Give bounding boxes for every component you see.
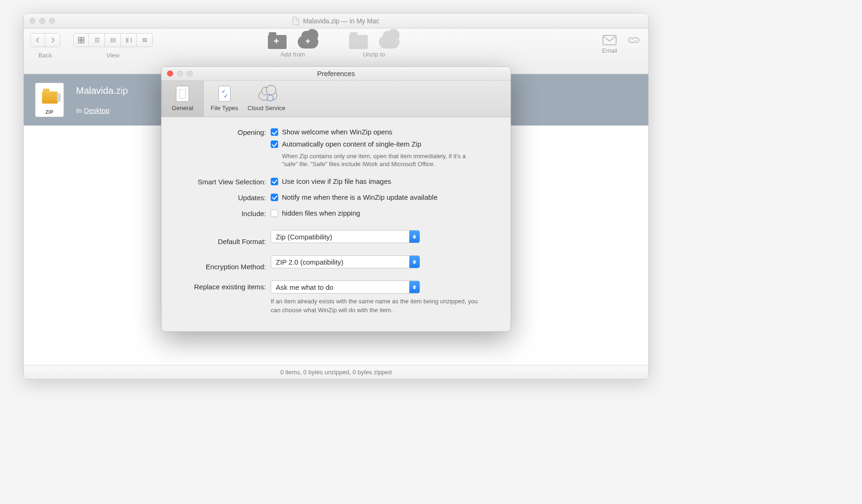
email-button[interactable] bbox=[602, 33, 617, 47]
replace-dropdown[interactable]: Ask me what to do bbox=[271, 280, 420, 294]
encryption-dropdown[interactable]: ZIP 2.0 (compatibility) bbox=[271, 255, 420, 268]
dropdown-arrows-icon bbox=[409, 256, 420, 268]
file-types-icon bbox=[218, 86, 231, 102]
unzip-to-folder-button[interactable] bbox=[347, 33, 370, 51]
encryption-value: ZIP 2.0 (compatibility) bbox=[271, 258, 409, 266]
cloud-icon bbox=[379, 35, 399, 49]
folder-icon bbox=[349, 35, 368, 49]
replace-label: Replace existing items: bbox=[177, 280, 271, 291]
document-icon bbox=[293, 17, 299, 25]
include-label: Include: bbox=[177, 209, 271, 217]
preferences-window: Preferences General File Types Cloud Ser… bbox=[161, 66, 511, 332]
opening-label: Opening: bbox=[177, 127, 271, 136]
traffic-lights-main bbox=[29, 18, 55, 24]
view-menu-button[interactable] bbox=[137, 33, 153, 47]
close-icon[interactable] bbox=[167, 70, 173, 77]
minimize-icon[interactable] bbox=[39, 18, 45, 24]
add-from-label: Add from bbox=[280, 51, 305, 58]
dropdown-arrows-icon bbox=[409, 231, 420, 243]
dropdown-arrows-icon bbox=[409, 281, 420, 293]
tab-general[interactable]: General bbox=[161, 81, 203, 117]
zip-file-icon: ZIP bbox=[35, 83, 64, 117]
cloud-plus-icon: + bbox=[298, 35, 318, 49]
tab-filetypes-label: File Types bbox=[210, 105, 238, 112]
svg-rect-2 bbox=[78, 41, 81, 43]
status-bar: 0 items, 0 bytes unzipped, 0 bytes zippe… bbox=[24, 365, 648, 379]
notify-updates-checkbox[interactable]: Notify me when there is a WinZip update … bbox=[271, 193, 495, 202]
view-icon-button[interactable] bbox=[73, 33, 89, 47]
tab-general-label: General bbox=[172, 105, 193, 112]
unzip-to-label: Unzip to bbox=[363, 51, 385, 58]
default-format-dropdown[interactable]: Zip (Compatibility) bbox=[271, 230, 420, 243]
encryption-label: Encryption Method: bbox=[177, 262, 271, 271]
checkbox-checked-icon bbox=[271, 128, 278, 136]
prefs-body: Opening: Show welcome when WinZip opens … bbox=[161, 117, 511, 331]
svg-rect-0 bbox=[78, 37, 81, 40]
file-meta: Malavida.zip In Desktop bbox=[76, 85, 128, 114]
checkbox-unchecked-icon bbox=[271, 210, 278, 217]
add-from-folder-button[interactable] bbox=[266, 33, 288, 51]
tab-cloud-label: Cloud Service bbox=[248, 105, 286, 112]
window-title: Malavida.zip — in My Mac bbox=[303, 17, 379, 25]
replace-description: If an item already exists with the same … bbox=[271, 297, 485, 314]
zoom-icon[interactable] bbox=[49, 18, 55, 24]
default-format-value: Zip (Compatibility) bbox=[271, 233, 409, 241]
tab-file-types[interactable]: File Types bbox=[203, 81, 245, 117]
hidden-files-checkbox[interactable]: hidden files when zipping bbox=[271, 209, 495, 218]
svg-rect-1 bbox=[82, 37, 84, 40]
view-column-button[interactable] bbox=[105, 33, 121, 47]
use-icon-view-checkbox[interactable]: Use Icon view if Zip file has images bbox=[271, 177, 495, 186]
auto-open-description: When Zip contains only one item, open th… bbox=[282, 152, 483, 168]
svg-rect-4 bbox=[603, 35, 616, 45]
auto-open-text: Automatically open content of single-ite… bbox=[282, 140, 421, 149]
tab-cloud-service[interactable]: Cloud Service bbox=[245, 81, 287, 117]
view-label: View bbox=[106, 52, 119, 59]
cloud-service-icon bbox=[259, 87, 274, 100]
file-ext: .zip bbox=[113, 85, 128, 96]
view-coverflow-button[interactable] bbox=[121, 33, 137, 47]
forward-button[interactable] bbox=[45, 33, 60, 47]
zoom-icon[interactable] bbox=[187, 70, 193, 77]
close-icon[interactable] bbox=[29, 18, 35, 24]
add-from-cloud-button[interactable]: + bbox=[297, 33, 319, 51]
checkbox-checked-icon bbox=[271, 140, 278, 148]
zip-badge: ZIP bbox=[45, 110, 53, 115]
file-name: Malavida bbox=[76, 85, 113, 96]
smartview-label: Smart View Selection: bbox=[177, 177, 271, 186]
link-button[interactable] bbox=[626, 33, 642, 47]
replace-value: Ask me what to do bbox=[271, 283, 409, 291]
hidden-files-text: hidden files when zipping bbox=[282, 209, 360, 218]
file-location-link[interactable]: Desktop bbox=[84, 106, 110, 114]
prefs-title: Preferences bbox=[161, 70, 511, 77]
minimize-icon[interactable] bbox=[177, 70, 183, 77]
main-titlebar: Malavida.zip — in My Mac bbox=[24, 14, 648, 28]
folder-plus-icon bbox=[268, 35, 287, 49]
prefs-tabs: General File Types Cloud Service bbox=[161, 81, 511, 117]
show-welcome-checkbox[interactable]: Show welcome when WinZip opens bbox=[271, 127, 495, 137]
auto-open-checkbox[interactable]: Automatically open content of single-ite… bbox=[271, 140, 495, 149]
status-text: 0 items, 0 bytes unzipped, 0 bytes zippe… bbox=[280, 369, 392, 376]
show-welcome-text: Show welcome when WinZip opens bbox=[282, 127, 392, 137]
default-format-label: Default Format: bbox=[177, 237, 271, 245]
link-label bbox=[633, 47, 635, 54]
general-icon bbox=[176, 86, 189, 102]
back-button[interactable] bbox=[30, 33, 45, 47]
back-label: Back bbox=[39, 52, 52, 59]
location-prefix: In bbox=[76, 106, 84, 114]
unzip-to-cloud-button[interactable] bbox=[378, 33, 400, 51]
use-icon-view-text: Use Icon view if Zip file has images bbox=[282, 177, 391, 186]
prefs-titlebar: Preferences bbox=[161, 67, 511, 81]
updates-label: Updates: bbox=[177, 193, 271, 202]
notify-updates-text: Notify me when there is a WinZip update … bbox=[282, 193, 438, 202]
checkbox-checked-icon bbox=[271, 194, 278, 201]
view-list-button[interactable] bbox=[89, 33, 105, 47]
email-label: Email bbox=[602, 47, 617, 54]
svg-rect-3 bbox=[82, 41, 84, 43]
checkbox-checked-icon bbox=[271, 178, 278, 185]
